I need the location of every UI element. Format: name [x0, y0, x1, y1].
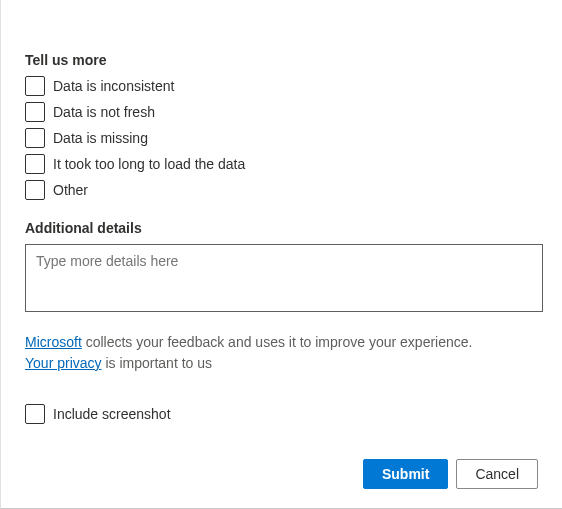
- checkbox-data-missing[interactable]: [25, 128, 45, 148]
- include-screenshot-label: Include screenshot: [53, 406, 171, 422]
- option-label: Data is missing: [53, 130, 148, 146]
- option-label: Data is inconsistent: [53, 78, 174, 94]
- microsoft-link[interactable]: Microsoft: [25, 334, 82, 350]
- disclosure-segment-1: collects your feedback and uses it to im…: [82, 334, 473, 350]
- option-data-not-fresh: Data is not fresh: [25, 102, 538, 122]
- cancel-button[interactable]: Cancel: [456, 459, 538, 489]
- checkbox-include-screenshot[interactable]: [25, 404, 45, 424]
- option-other: Other: [25, 180, 538, 200]
- button-row: Submit Cancel: [363, 459, 538, 489]
- tell-us-more-options: Data is inconsistent Data is not fresh D…: [25, 76, 538, 200]
- feedback-panel: Tell us more Data is inconsistent Data i…: [0, 0, 562, 509]
- option-data-inconsistent: Data is inconsistent: [25, 76, 538, 96]
- option-data-missing: Data is missing: [25, 128, 538, 148]
- additional-details-textarea[interactable]: [25, 244, 543, 312]
- additional-details-heading: Additional details: [25, 220, 538, 236]
- option-label: Data is not fresh: [53, 104, 155, 120]
- disclosure-text: Microsoft collects your feedback and use…: [25, 332, 538, 374]
- option-label: It took too long to load the data: [53, 156, 245, 172]
- checkbox-data-not-fresh[interactable]: [25, 102, 45, 122]
- checkbox-other[interactable]: [25, 180, 45, 200]
- privacy-link[interactable]: Your privacy: [25, 355, 102, 371]
- option-too-long: It took too long to load the data: [25, 154, 538, 174]
- option-label: Other: [53, 182, 88, 198]
- checkbox-too-long[interactable]: [25, 154, 45, 174]
- checkbox-data-inconsistent[interactable]: [25, 76, 45, 96]
- tell-us-more-heading: Tell us more: [25, 52, 538, 68]
- disclosure-segment-2: is important to us: [102, 355, 213, 371]
- submit-button[interactable]: Submit: [363, 459, 448, 489]
- include-screenshot-row: Include screenshot: [25, 404, 538, 424]
